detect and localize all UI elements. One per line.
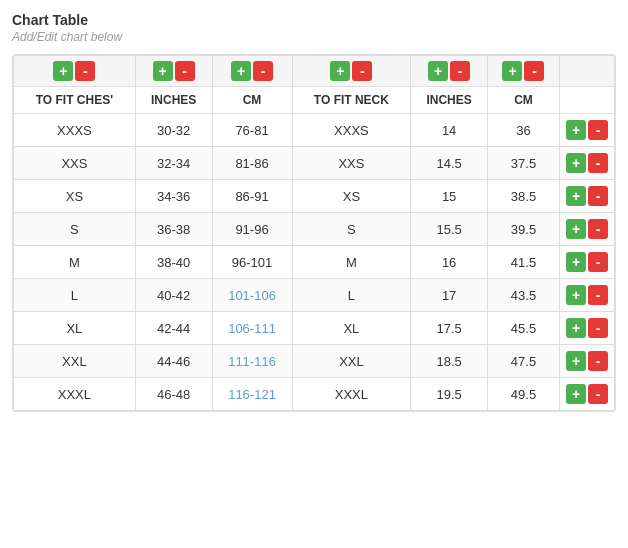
chart-table-wrapper: + - + - + - (12, 54, 616, 412)
col3-add-button[interactable]: + (231, 61, 251, 81)
chest-inches-cell: 46-48 (135, 378, 212, 411)
chest-size-cell: XL (14, 312, 136, 345)
col2-remove-button[interactable]: - (175, 61, 195, 81)
column-header-row: TO FIT CHES' INCHES CM TO FIT NECK INCHE… (14, 87, 615, 114)
row-action-cell: + - (560, 180, 615, 213)
row-add-button[interactable]: + (566, 252, 586, 272)
col5-remove-button[interactable]: - (450, 61, 470, 81)
chart-table: + - + - + - (13, 55, 615, 411)
neck-size-cell: XXS (292, 147, 411, 180)
col1-btn-cell: + - (14, 56, 136, 87)
neck-size-cell: XXL (292, 345, 411, 378)
row-remove-button[interactable]: - (588, 252, 608, 272)
col4-add-button[interactable]: + (330, 61, 350, 81)
header-neck-size: TO FIT NECK (292, 87, 411, 114)
button-header-row: + - + - + - (14, 56, 615, 87)
neck-inches-cell: 17.5 (411, 312, 488, 345)
neck-inches-cell: 14 (411, 114, 488, 147)
neck-cm-cell: 41.5 (487, 246, 559, 279)
table-row: S 36-38 91-96 S 15.5 39.5 + - (14, 213, 615, 246)
col4-remove-button[interactable]: - (352, 61, 372, 81)
neck-inches-cell: 19.5 (411, 378, 488, 411)
col1-remove-button[interactable]: - (75, 61, 95, 81)
row-remove-button[interactable]: - (588, 285, 608, 305)
chest-inches-cell: 38-40 (135, 246, 212, 279)
row-action-cell: + - (560, 246, 615, 279)
chest-inches-cell: 40-42 (135, 279, 212, 312)
chest-size-cell: XXXS (14, 114, 136, 147)
neck-inches-cell: 18.5 (411, 345, 488, 378)
neck-size-cell: XXXL (292, 378, 411, 411)
header-action (560, 87, 615, 114)
row-add-button[interactable]: + (566, 351, 586, 371)
col4-btn-cell: + - (292, 56, 411, 87)
chest-size-cell: XXXL (14, 378, 136, 411)
chest-size-cell: M (14, 246, 136, 279)
row-remove-button[interactable]: - (588, 318, 608, 338)
table-row: M 38-40 96-101 M 16 41.5 + - (14, 246, 615, 279)
header-chest-cm: CM (212, 87, 292, 114)
header-neck-cm: CM (487, 87, 559, 114)
neck-size-cell: XL (292, 312, 411, 345)
row-remove-button[interactable]: - (588, 153, 608, 173)
neck-size-cell: L (292, 279, 411, 312)
table-body: XXXS 30-32 76-81 XXXS 14 36 + - XXS 32-3… (14, 114, 615, 411)
row-remove-button[interactable]: - (588, 351, 608, 371)
neck-cm-cell: 39.5 (487, 213, 559, 246)
neck-cm-cell: 36 (487, 114, 559, 147)
col1-add-button[interactable]: + (53, 61, 73, 81)
chest-size-cell: L (14, 279, 136, 312)
row-action-cell: + - (560, 378, 615, 411)
col6-add-button[interactable]: + (502, 61, 522, 81)
page-subtitle: Add/Edit chart below (12, 30, 616, 44)
header-neck-inches: INCHES (411, 87, 488, 114)
chest-inches-cell: 32-34 (135, 147, 212, 180)
col3-remove-button[interactable]: - (253, 61, 273, 81)
col2-add-button[interactable]: + (153, 61, 173, 81)
row-remove-button[interactable]: - (588, 384, 608, 404)
row-add-button[interactable]: + (566, 219, 586, 239)
row-action-cell: + - (560, 279, 615, 312)
col2-btn-cell: + - (135, 56, 212, 87)
chest-cm-cell: 106-111 (212, 312, 292, 345)
row-remove-button[interactable]: - (588, 120, 608, 140)
neck-cm-cell: 49.5 (487, 378, 559, 411)
table-row: XXL 44-46 111-116 XXL 18.5 47.5 + - (14, 345, 615, 378)
chest-cm-cell: 81-86 (212, 147, 292, 180)
col5-add-button[interactable]: + (428, 61, 448, 81)
row-add-button[interactable]: + (566, 285, 586, 305)
row-remove-button[interactable]: - (588, 186, 608, 206)
table-row: XXXS 30-32 76-81 XXXS 14 36 + - (14, 114, 615, 147)
chest-inches-cell: 30-32 (135, 114, 212, 147)
chest-inches-cell: 36-38 (135, 213, 212, 246)
col3-btn-cell: + - (212, 56, 292, 87)
row-action-cell: + - (560, 147, 615, 180)
chest-size-cell: XXS (14, 147, 136, 180)
col6-remove-button[interactable]: - (524, 61, 544, 81)
row-add-button[interactable]: + (566, 186, 586, 206)
neck-inches-cell: 14.5 (411, 147, 488, 180)
neck-cm-cell: 47.5 (487, 345, 559, 378)
chest-inches-cell: 42-44 (135, 312, 212, 345)
row-action-cell: + - (560, 213, 615, 246)
chest-cm-cell: 111-116 (212, 345, 292, 378)
table-row: XXS 32-34 81-86 XXS 14.5 37.5 + - (14, 147, 615, 180)
row-add-button[interactable]: + (566, 318, 586, 338)
chest-cm-cell: 116-121 (212, 378, 292, 411)
neck-cm-cell: 43.5 (487, 279, 559, 312)
col6-btn-cell: + - (487, 56, 559, 87)
chest-cm-cell: 96-101 (212, 246, 292, 279)
chest-cm-cell: 76-81 (212, 114, 292, 147)
neck-cm-cell: 45.5 (487, 312, 559, 345)
neck-cm-cell: 38.5 (487, 180, 559, 213)
table-row: XXXL 46-48 116-121 XXXL 19.5 49.5 + - (14, 378, 615, 411)
row-add-button[interactable]: + (566, 153, 586, 173)
neck-cm-cell: 37.5 (487, 147, 559, 180)
neck-inches-cell: 17 (411, 279, 488, 312)
action-btn-cell-empty (560, 56, 615, 87)
chest-cm-cell: 91-96 (212, 213, 292, 246)
row-remove-button[interactable]: - (588, 219, 608, 239)
row-add-button[interactable]: + (566, 384, 586, 404)
row-add-button[interactable]: + (566, 120, 586, 140)
table-row: XL 42-44 106-111 XL 17.5 45.5 + - (14, 312, 615, 345)
